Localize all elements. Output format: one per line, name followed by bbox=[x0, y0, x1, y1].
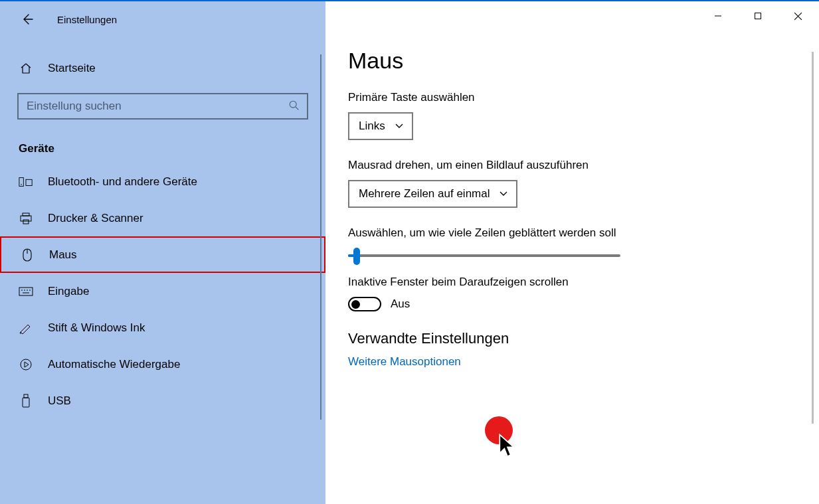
svg-rect-17 bbox=[24, 394, 28, 398]
search-placeholder: Einstellung suchen bbox=[27, 100, 288, 113]
scrollwheel-value: Mehrere Zeilen auf einmal bbox=[359, 187, 490, 201]
sidebar-item-label: Maus bbox=[49, 248, 77, 262]
svg-rect-10 bbox=[19, 288, 33, 295]
sidebar-item-label: Bluetooth- und andere Geräte bbox=[48, 175, 197, 189]
sidebar-item-typing[interactable]: Eingabe bbox=[0, 273, 325, 309]
svg-rect-18 bbox=[23, 398, 29, 407]
svg-rect-3 bbox=[26, 179, 32, 185]
maximize-button[interactable] bbox=[738, 4, 778, 28]
svg-rect-7 bbox=[23, 220, 29, 224]
annotation-highlight-dot bbox=[485, 416, 513, 444]
sidebar-item-label: Eingabe bbox=[48, 285, 89, 298]
sidebar-item-printers[interactable]: Drucker & Scanner bbox=[0, 200, 325, 236]
inactive-scroll-toggle[interactable] bbox=[348, 297, 381, 311]
sidebar-item-bluetooth[interactable]: Bluetooth- und andere Geräte bbox=[0, 163, 325, 200]
main-scrollbar[interactable] bbox=[812, 52, 814, 424]
main-content: Maus Primäre Taste auswählen Links Mausr… bbox=[325, 1, 819, 504]
printer-icon bbox=[19, 211, 33, 226]
scrollwheel-select[interactable]: Mehrere Zeilen auf einmal bbox=[348, 180, 517, 208]
keyboard-icon bbox=[19, 284, 33, 299]
primary-button-label: Primäre Taste auswählen bbox=[348, 91, 792, 104]
additional-mouse-options-link[interactable]: Weitere Mausoptionen bbox=[348, 355, 461, 369]
settings-sidebar: Einstellungen Startseite Einstellung suc… bbox=[0, 1, 325, 504]
inactive-scroll-label: Inaktive Fenster beim Daraufzeigen scrol… bbox=[348, 276, 792, 289]
back-arrow-icon bbox=[21, 13, 34, 26]
svg-rect-2 bbox=[19, 177, 23, 186]
autoplay-icon bbox=[19, 357, 33, 372]
svg-rect-20 bbox=[755, 13, 761, 19]
lines-slider[interactable] bbox=[348, 254, 620, 257]
inactive-scroll-state: Aus bbox=[391, 297, 410, 311]
mouse-icon bbox=[20, 248, 35, 262]
bluetooth-devices-icon bbox=[19, 175, 33, 189]
chevron-down-icon bbox=[499, 187, 508, 201]
slider-thumb[interactable] bbox=[353, 248, 360, 265]
svg-point-4 bbox=[21, 183, 21, 184]
sidebar-item-pen[interactable]: Stift & Windows Ink bbox=[0, 309, 325, 346]
sidebar-category: Geräte bbox=[19, 142, 325, 155]
page-title: Maus bbox=[348, 48, 792, 74]
pen-icon bbox=[19, 321, 33, 335]
lines-label: Auswählen, um wie viele Zeilen geblätter… bbox=[348, 226, 792, 240]
scrollwheel-label: Mausrad drehen, um einen Bildlauf auszuf… bbox=[348, 159, 792, 172]
home-icon bbox=[19, 61, 33, 76]
svg-rect-5 bbox=[23, 213, 29, 216]
sidebar-home-label: Startseite bbox=[48, 62, 96, 75]
sidebar-item-autoplay[interactable]: Automatische Wiedergabe bbox=[0, 346, 325, 382]
search-icon bbox=[288, 100, 300, 114]
sidebar-item-usb[interactable]: USB bbox=[0, 382, 325, 419]
usb-icon bbox=[19, 394, 33, 408]
primary-button-select[interactable]: Links bbox=[348, 112, 413, 140]
toggle-knob bbox=[351, 300, 360, 309]
svg-line-1 bbox=[296, 107, 298, 110]
close-button[interactable] bbox=[778, 4, 818, 28]
sidebar-scrollbar[interactable] bbox=[320, 54, 321, 420]
maximize-icon bbox=[754, 12, 762, 20]
chevron-down-icon bbox=[395, 120, 404, 133]
back-button[interactable] bbox=[17, 9, 37, 29]
related-settings-title: Verwandte Einstellungen bbox=[348, 330, 792, 347]
sidebar-item-label: Stift & Windows Ink bbox=[48, 321, 145, 335]
minimize-icon bbox=[714, 12, 722, 20]
sidebar-nav: Bluetooth- und andere Geräte Drucker & S… bbox=[0, 163, 325, 419]
search-input[interactable]: Einstellung suchen bbox=[17, 93, 308, 120]
svg-point-16 bbox=[21, 359, 31, 370]
svg-point-0 bbox=[290, 101, 296, 108]
sidebar-item-label: USB bbox=[48, 394, 71, 408]
sidebar-item-mouse[interactable]: Maus bbox=[0, 236, 325, 273]
window-title: Einstellungen bbox=[57, 14, 117, 25]
close-icon bbox=[794, 12, 802, 21]
svg-rect-6 bbox=[21, 216, 31, 221]
sidebar-item-label: Drucker & Scanner bbox=[48, 212, 143, 225]
minimize-button[interactable] bbox=[698, 4, 738, 28]
sidebar-item-label: Automatische Wiedergabe bbox=[48, 358, 180, 371]
primary-button-value: Links bbox=[359, 120, 385, 133]
sidebar-home[interactable]: Startseite bbox=[0, 54, 325, 82]
